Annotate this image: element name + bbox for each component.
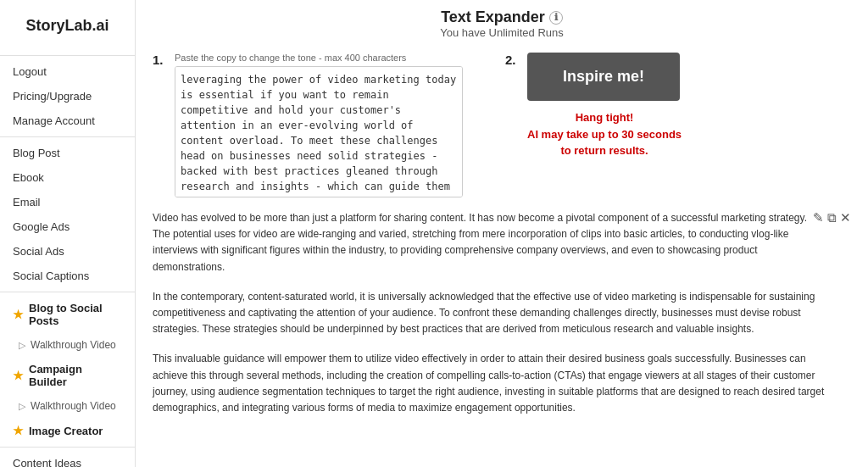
sidebar-item-email[interactable]: Email — [0, 190, 135, 214]
sidebar-item-ebook[interactable]: Ebook — [0, 165, 135, 190]
result-block-3: This invaluable guidance will empower th… — [153, 351, 851, 416]
sidebar-item-blog-to-social-posts[interactable]: ★ Blog to Social Posts — [0, 296, 135, 333]
star-icon: ★ — [13, 308, 24, 321]
result-block-2: In the contemporary, content-saturated w… — [153, 289, 851, 338]
step-2-number: 2. — [505, 53, 520, 67]
step-2-area: Inspire me! Hang tight! AI may take up t… — [527, 53, 697, 159]
star-icon-2: ★ — [13, 369, 24, 382]
sidebar-item-walkthrough-video-2[interactable]: ▷ Walkthrough Video — [0, 394, 135, 418]
sidebar-item-social-ads[interactable]: Social Ads — [0, 239, 135, 264]
sidebar-item-blog-post[interactable]: Blog Post — [0, 141, 135, 165]
result-1-actions: ✎ ⧉ ✕ — [813, 210, 851, 225]
main-content: Text Expander ℹ You have Unlimited Runs … — [136, 0, 868, 467]
sidebar-item-walkthrough-video-1[interactable]: ▷ Walkthrough Video — [0, 333, 135, 357]
result-block-1: ✎ ⧉ ✕ Video has evolved to be more than … — [153, 210, 851, 275]
sidebar-item-manage-account[interactable]: Manage Account — [0, 108, 135, 133]
video-icon-2: ▷ — [19, 401, 25, 412]
text-expander-input[interactable] — [175, 66, 463, 197]
page-title-area: Text Expander ℹ You have Unlimited Runs — [153, 8, 851, 49]
result-text-2: In the contemporary, content-saturated w… — [153, 289, 826, 338]
result-text-1: Video has evolved to be more than just a… — [153, 210, 826, 275]
sidebar-item-image-creator[interactable]: ★ Image Creator — [0, 418, 135, 443]
edit-icon-1[interactable]: ✎ — [813, 210, 824, 225]
sidebar-item-pricing-upgrade[interactable]: Pricing/Upgrade — [0, 84, 135, 108]
sidebar-item-social-captions[interactable]: Social Captions — [0, 264, 135, 288]
step-1-section: 1. Paste the copy to change the tone - m… — [153, 53, 463, 197]
page-title: Text Expander ℹ — [441, 8, 563, 26]
inspire-button[interactable]: Inspire me! — [527, 53, 680, 101]
sidebar-item-campaign-builder[interactable]: ★ Campaign Builder — [0, 357, 135, 394]
video-icon-1: ▷ — [19, 340, 25, 351]
step-1-number: 1. — [153, 53, 168, 67]
sidebar-item-logout[interactable]: Logout — [0, 59, 135, 84]
hang-tight-text: Hang tight! AI may take up to 30 seconds… — [527, 109, 682, 159]
input-row: 1. Paste the copy to change the tone - m… — [153, 53, 851, 197]
sidebar: StoryLab.ai Logout Pricing/Upgrade Manag… — [0, 0, 136, 467]
sidebar-item-google-ads[interactable]: Google Ads — [0, 214, 135, 239]
delete-icon-1[interactable]: ✕ — [840, 210, 851, 225]
logo: StoryLab.ai — [0, 8, 135, 52]
copy-icon-1[interactable]: ⧉ — [827, 210, 837, 225]
star-icon-3: ★ — [13, 424, 24, 437]
input-box-area: Paste the copy to change the tone - max … — [175, 53, 463, 197]
results-area: ✎ ⧉ ✕ Video has evolved to be more than … — [153, 210, 851, 459]
result-text-3: This invaluable guidance will empower th… — [153, 351, 826, 416]
step-2-section: 2. Inspire me! Hang tight! AI may take u… — [505, 53, 697, 159]
info-icon[interactable]: ℹ — [549, 11, 563, 25]
input-label: Paste the copy to change the tone - max … — [175, 53, 463, 63]
unlimited-runs-text: You have Unlimited Runs — [153, 26, 851, 39]
sidebar-item-content-ideas[interactable]: Content Ideas — [0, 451, 135, 467]
